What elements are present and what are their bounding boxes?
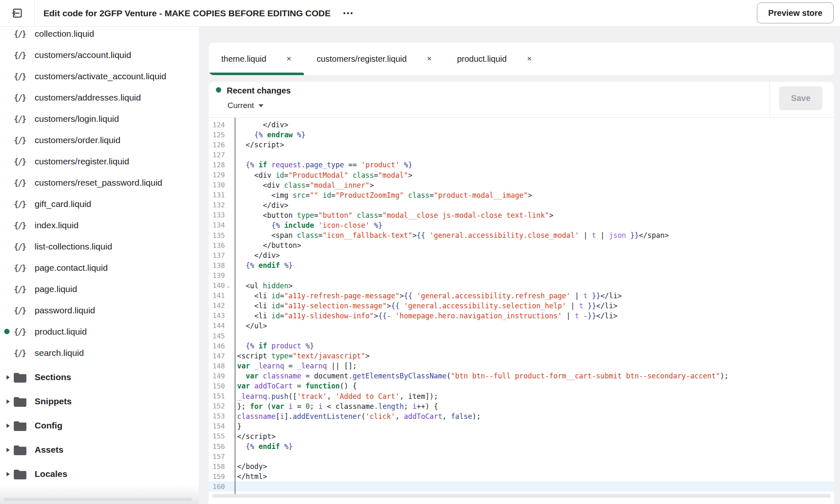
- code-line[interactable]: 141 <li id="a11y-refresh-page-message">{…: [209, 291, 834, 301]
- code-line[interactable]: 153classname[i].addEventListener('click'…: [209, 411, 834, 421]
- code-line[interactable]: 140⌄ <ul hidden>: [209, 281, 834, 291]
- sidebar-item-file[interactable]: {/}customers/addresses.liquid: [0, 87, 199, 108]
- line-number: 130: [209, 181, 235, 189]
- folder-caret-icon[interactable]: [6, 375, 14, 380]
- exit-button[interactable]: [0, 0, 35, 26]
- tab-product-liquid[interactable]: product.liquid✕: [445, 43, 545, 75]
- code-line-content: <button type="button" class="modal__clos…: [235, 211, 554, 219]
- sidebar-item-file[interactable]: {/}index.liquid: [0, 214, 199, 236]
- tab-close-icon[interactable]: ✕: [427, 55, 432, 63]
- line-number: 133: [209, 211, 235, 219]
- liquid-file-icon: {/}: [14, 114, 35, 123]
- version-dropdown[interactable]: Current: [228, 101, 263, 110]
- code-line[interactable]: 157: [209, 451, 834, 461]
- code-line[interactable]: 144 </ul>: [209, 321, 834, 331]
- code-line[interactable]: 126 </script>: [209, 140, 834, 150]
- sidebar-item-file[interactable]: {/}search.liquid: [0, 342, 199, 363]
- code-line[interactable]: 138 {% endif %}: [209, 260, 834, 270]
- liquid-file-icon: {/}: [14, 285, 35, 294]
- sidebar-item-file[interactable]: {/}customers/login.liquid: [0, 108, 199, 129]
- more-actions-button[interactable]: •••: [343, 10, 354, 17]
- editor-header: Recent changes Current Save: [209, 82, 834, 118]
- folder-caret-icon[interactable]: [6, 423, 14, 428]
- line-number: 157: [209, 453, 235, 461]
- line-number: 126: [209, 141, 235, 149]
- tab-close-icon[interactable]: ✕: [527, 55, 532, 63]
- sidebar-item-file[interactable]: {/}page.contact.liquid: [0, 257, 199, 278]
- fold-icon[interactable]: ⌄: [227, 282, 230, 289]
- code-line[interactable]: 155</script>: [209, 431, 834, 441]
- code-line[interactable]: 132 </div>: [209, 200, 834, 210]
- file-label: customers/activate_account.liquid: [35, 71, 166, 81]
- code-line[interactable]: 130 <div class="modal__inner">: [209, 180, 834, 190]
- line-number: 124: [209, 121, 235, 129]
- code-line[interactable]: 143 <li id="a11y-slideshow-info">{{- 'ho…: [209, 311, 834, 321]
- code-editor[interactable]: 124 </div>125 {% endraw %}126 </script>1…: [209, 118, 834, 504]
- code-line[interactable]: 131 <img src="" id="ProductZoomImg" clas…: [209, 190, 834, 200]
- sidebar-item-file[interactable]: {/}product.liquid: [0, 321, 199, 342]
- code-line[interactable]: 145: [209, 331, 834, 341]
- folder-caret-icon[interactable]: [6, 447, 14, 453]
- code-line[interactable]: 149 var classname = document.getElements…: [209, 371, 834, 381]
- code-line[interactable]: 158</body>: [209, 461, 834, 471]
- editor-horizontal-scrollbar[interactable]: [212, 494, 831, 498]
- line-number: 148: [209, 362, 235, 370]
- code-line[interactable]: 133 <button type="button" class="modal__…: [209, 210, 834, 220]
- code-line[interactable]: 139: [209, 270, 834, 280]
- code-line[interactable]: 146 {% if product %}: [209, 341, 834, 351]
- code-line[interactable]: 147<script type="text/javascript">: [209, 351, 834, 361]
- code-line[interactable]: 160: [209, 481, 834, 491]
- sidebar-item-folder[interactable]: Locales: [0, 462, 199, 486]
- code-line[interactable]: 136 </button>: [209, 240, 834, 250]
- sidebar-item-file[interactable]: {/}gift_card.liquid: [0, 193, 199, 214]
- code-line-content: <script type="text/javascript">: [235, 352, 369, 360]
- liquid-file-icon: {/}: [14, 29, 35, 38]
- sidebar-item-folder[interactable]: Snippets: [0, 389, 199, 413]
- code-line[interactable]: 148var _learnq = _learnq || [];: [209, 361, 834, 371]
- sidebar-item-file[interactable]: {/}page.liquid: [0, 278, 199, 300]
- line-number: 150: [209, 382, 235, 390]
- sidebar-item-file[interactable]: {/}customers/activate_account.liquid: [0, 66, 199, 87]
- tab-theme-liquid[interactable]: theme.liquid✕: [209, 43, 304, 75]
- sidebar-item-folder[interactable]: Assets: [0, 438, 199, 462]
- code-line-content: </div>: [235, 251, 280, 260]
- code-line-content: _learnq.push(['track', 'Added to Cart', …: [235, 392, 438, 401]
- code-line[interactable]: 125 {% endraw %}: [209, 130, 834, 140]
- code-line[interactable]: 127: [209, 150, 834, 160]
- save-button[interactable]: Save: [779, 86, 822, 110]
- code-line[interactable]: 124 </div>: [209, 120, 834, 130]
- code-line[interactable]: 159</html>: [209, 471, 834, 481]
- sidebar-item-file[interactable]: {/}customers/order.liquid: [0, 129, 199, 151]
- sidebar-item-file[interactable]: {/}password.liquid: [0, 300, 199, 321]
- tab-customers-register-liquid[interactable]: customers/register.liquid✕: [304, 43, 444, 75]
- folder-icon: [14, 469, 35, 479]
- folder-caret-icon[interactable]: [6, 399, 14, 404]
- code-line[interactable]: 129 <div id="ProductModal" class="modal"…: [209, 170, 834, 180]
- sidebar-item-file[interactable]: {/}list-collections.liquid: [0, 236, 199, 257]
- code-line[interactable]: 152}; for (var i = 0; i < classname.leng…: [209, 401, 834, 411]
- line-number: 152: [209, 402, 235, 410]
- code-line[interactable]: 150var addToCart = function() {: [209, 381, 834, 391]
- file-label: index.liquid: [35, 220, 78, 230]
- code-line[interactable]: 134 {% include 'icon-close' %}: [209, 220, 834, 230]
- preview-store-button[interactable]: Preview store: [757, 3, 834, 23]
- sidebar-item-file[interactable]: {/}customers/reset_password.liquid: [0, 172, 199, 193]
- tab-close-icon[interactable]: ✕: [286, 55, 292, 63]
- sidebar-item-file[interactable]: {/}customers/account.liquid: [0, 44, 199, 66]
- sidebar-item-file[interactable]: {/}collection.liquid: [0, 26, 199, 44]
- code-line[interactable]: 137 </div>: [209, 250, 834, 260]
- code-line[interactable]: 135 <span class="icon__fallback-text">{{…: [209, 230, 834, 240]
- file-label: password.liquid: [35, 305, 95, 315]
- sidebar-item-file[interactable]: {/}customers/register.liquid: [0, 151, 199, 172]
- sidebar-item-folder[interactable]: Config: [0, 413, 199, 438]
- folder-caret-icon[interactable]: [6, 471, 14, 477]
- line-number: 155: [209, 432, 235, 440]
- code-line[interactable]: 154}: [209, 421, 834, 431]
- sidebar-item-folder[interactable]: Sections: [0, 365, 199, 389]
- code-line[interactable]: 142 <li id="a11y-selection-message">{{ '…: [209, 301, 834, 311]
- code-line[interactable]: 156 {% endif %}: [209, 441, 834, 451]
- liquid-file-icon: {/}: [14, 242, 35, 251]
- code-line[interactable]: 128 {% if request.page_type == 'product'…: [209, 160, 834, 170]
- sidebar-horizontal-scrollbar[interactable]: [3, 498, 192, 501]
- code-line[interactable]: 151_learnq.push(['track', 'Added to Cart…: [209, 391, 834, 401]
